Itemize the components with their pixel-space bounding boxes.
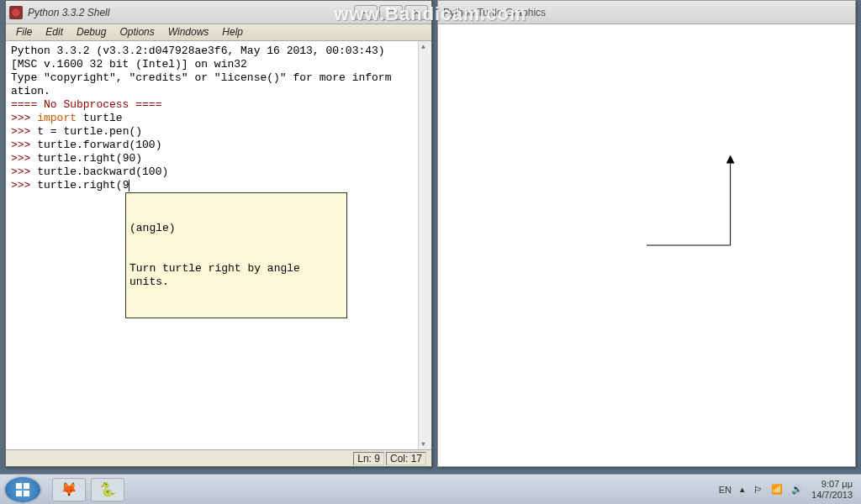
code: turtle.forward(100) — [37, 139, 161, 151]
network-icon[interactable]: 📶 — [771, 484, 783, 495]
menu-help[interactable]: Help — [215, 24, 250, 40]
prompt: >>> — [11, 112, 30, 124]
editor-wrap: Python 3.3.2 (v3.3.2:d047928ae3f6, May 1… — [6, 41, 431, 449]
close-button[interactable]: ✕ — [404, 5, 428, 20]
turtle-title: Python Turtle Graphics — [443, 7, 546, 18]
taskbar-idle[interactable]: 🐍 — [91, 478, 124, 501]
idle-shell-window: Python 3.3.2 Shell – □ ✕ File Edit Debug… — [5, 0, 432, 467]
svg-rect-1 — [24, 483, 29, 489]
shell-title: Python 3.3.2 Shell — [28, 7, 349, 18]
language-indicator[interactable]: EN — [719, 485, 732, 495]
banner-line: Python 3.3.2 (v3.3.2:d047928ae3f6, May 1… — [11, 45, 385, 57]
prompt: >>> — [11, 152, 30, 165]
banner-line: Type "copyright", "credits" or "license(… — [11, 71, 391, 84]
status-column: Col: 17 — [386, 452, 426, 465]
system-tray: EN ▴ 🏳 📶 🔊 9:07 μμ 14/7/2013 — [719, 479, 856, 501]
svg-rect-0 — [16, 483, 22, 489]
turtle-canvas — [438, 24, 855, 466]
turtle-graphics-window: Python Turtle Graphics — [437, 0, 856, 467]
taskbar-items: 🦊 🐍 — [52, 478, 124, 501]
shell-statusbar: Ln: 9 Col: 17 — [6, 449, 431, 466]
turtle-titlebar[interactable]: Python Turtle Graphics — [438, 1, 855, 24]
svg-rect-3 — [24, 491, 29, 496]
shell-menubar: File Edit Debug Options Windows Help — [6, 24, 431, 41]
windows-logo-icon — [15, 482, 30, 497]
text-cursor — [129, 180, 129, 192]
python-icon — [9, 6, 23, 19]
prompt: >>> — [11, 165, 30, 178]
minimize-button[interactable]: – — [354, 5, 378, 20]
calltip-tooltip: (angle) Turn turtle right by angle units… — [125, 192, 347, 318]
banner-line: [MSC v.1600 32 bit (Intel)] on win32 — [11, 58, 247, 71]
window-controls: – □ ✕ — [354, 5, 428, 20]
shell-titlebar[interactable]: Python 3.3.2 Shell – □ ✕ — [6, 1, 431, 24]
maximize-button[interactable]: □ — [379, 5, 403, 20]
code: turtle.right(90) — [37, 152, 142, 165]
code: turtle — [77, 112, 123, 124]
turtle-drawing — [438, 24, 855, 466]
code: turtle.backward(100) — [37, 165, 168, 178]
keyword: import — [37, 112, 77, 124]
code: turtle.right(9 — [37, 179, 129, 192]
clock-time: 9:07 μμ — [811, 479, 853, 490]
menu-windows[interactable]: Windows — [161, 24, 216, 40]
tray-chevron-icon[interactable]: ▴ — [740, 484, 745, 495]
shell-editor[interactable]: Python 3.3.2 (v3.3.2:d047928ae3f6, May 1… — [6, 41, 418, 449]
menu-file[interactable]: File — [9, 24, 39, 40]
calltip-description: Turn turtle right by angle units. — [129, 262, 343, 289]
turtle-cursor-icon — [726, 155, 735, 163]
vertical-scrollbar[interactable] — [418, 41, 431, 449]
action-center-icon[interactable]: 🏳 — [753, 485, 763, 495]
status-line: Ln: 9 — [353, 452, 384, 465]
code: t = turtle.pen() — [37, 125, 142, 138]
separator-line: ==== No Subprocess ==== — [11, 98, 161, 111]
start-button[interactable] — [5, 477, 40, 502]
menu-edit[interactable]: Edit — [39, 24, 70, 40]
banner-line: ation. — [11, 85, 50, 97]
volume-icon[interactable]: 🔊 — [791, 484, 803, 495]
taskbar-firefox[interactable]: 🦊 — [52, 478, 86, 501]
taskbar-clock[interactable]: 9:07 μμ 14/7/2013 — [811, 479, 856, 501]
menu-debug[interactable]: Debug — [70, 24, 113, 40]
clock-date: 14/7/2013 — [811, 490, 853, 501]
prompt: >>> — [11, 179, 30, 192]
prompt: >>> — [11, 125, 30, 138]
svg-rect-2 — [16, 491, 22, 496]
windows-taskbar: 🦊 🐍 EN ▴ 🏳 📶 🔊 9:07 μμ 14/7/2013 — [0, 474, 861, 504]
menu-options[interactable]: Options — [113, 24, 161, 40]
calltip-signature: (angle) — [129, 222, 343, 235]
prompt: >>> — [11, 139, 30, 151]
